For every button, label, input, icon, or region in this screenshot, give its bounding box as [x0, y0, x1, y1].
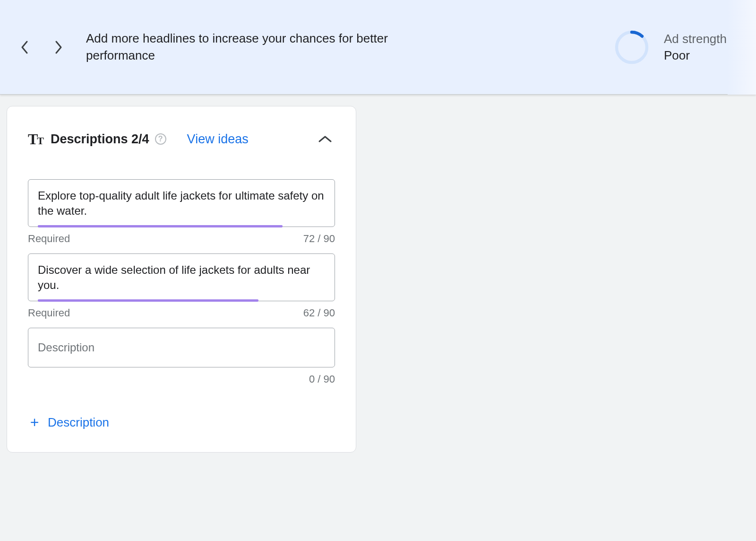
description-char-count: 0 / 90 [309, 373, 335, 385]
main-area: TT Descriptions 2/4 ? View ideas Explore… [0, 95, 756, 453]
next-tip-button[interactable] [50, 39, 67, 56]
descriptions-title-text: Descriptions 2/4 [51, 132, 149, 147]
description-meta: Required72 / 90 [28, 233, 335, 245]
description-progress-bar [38, 225, 283, 227]
description-char-count: 62 / 90 [303, 307, 335, 319]
prev-tip-button[interactable] [16, 39, 33, 56]
add-description-button[interactable]: + Description [28, 414, 109, 431]
description-input[interactable]: Explore top-quality adult life jackets f… [28, 179, 335, 227]
add-description-label: Description [48, 415, 109, 430]
banner-nav [16, 39, 67, 56]
text-format-icon: TT [28, 131, 43, 148]
description-input[interactable]: Discover a wide selection of life jacket… [28, 253, 335, 301]
description-field: Explore top-quality adult life jackets f… [28, 179, 335, 245]
descriptions-card-header: TT Descriptions 2/4 ? View ideas [28, 129, 335, 149]
description-required-label: Required [28, 307, 70, 319]
banner-message: Add more headlines to increase your chan… [86, 30, 407, 63]
description-progress-bar [38, 299, 258, 302]
description-input[interactable]: Description [28, 328, 335, 367]
ad-strength: Ad strength ? Poor [613, 28, 742, 66]
description-meta: 0 / 90 [28, 373, 335, 385]
descriptions-list: Explore top-quality adult life jackets f… [28, 179, 335, 385]
plus-icon: + [28, 414, 41, 431]
ad-strength-banner: Add more headlines to increase your chan… [0, 0, 756, 95]
help-icon[interactable]: ? [730, 33, 742, 44]
description-field: Description0 / 90 [28, 328, 335, 385]
chevron-right-icon [54, 40, 63, 54]
ad-strength-donut [613, 28, 651, 66]
descriptions-title: Descriptions 2/4 ? [51, 132, 166, 147]
ad-strength-label-text: Ad strength [664, 32, 727, 46]
view-ideas-link[interactable]: View ideas [187, 132, 249, 147]
ad-strength-label: Ad strength ? [664, 32, 742, 46]
help-icon[interactable]: ? [155, 133, 166, 145]
description-required-label: Required [28, 233, 70, 245]
chevron-up-icon [318, 135, 332, 143]
descriptions-card: TT Descriptions 2/4 ? View ideas Explore… [7, 106, 356, 453]
description-field: Discover a wide selection of life jacket… [28, 253, 335, 319]
collapse-button[interactable] [315, 129, 335, 149]
ad-strength-value: Poor [664, 48, 742, 63]
description-meta: Required62 / 90 [28, 307, 335, 319]
chevron-left-icon [20, 40, 29, 54]
description-char-count: 72 / 90 [303, 233, 335, 245]
